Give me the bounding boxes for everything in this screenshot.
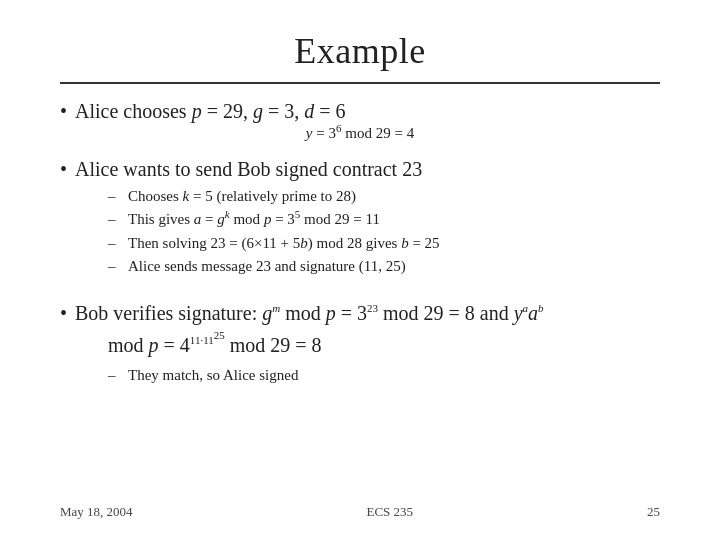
sub-item-2: – This gives a = gk mod p = 35 mod 29 = … xyxy=(108,208,660,231)
bullet1-text: Alice chooses p = 29, g = 3, d = 6 xyxy=(75,100,345,123)
bullet2-dot: • xyxy=(60,159,67,179)
dash-3: – xyxy=(108,232,122,255)
slide-footer: May 18, 2004 ECS 235 25 xyxy=(60,498,660,520)
sub-item-4-text: Alice sends message 23 and signature (11… xyxy=(128,255,406,278)
bullet3-line2: mod p = 411·1125 mod 29 = 8 xyxy=(108,330,660,360)
sub-item-3-text: Then solving 23 = (6×11 + 5b) mod 28 giv… xyxy=(128,232,440,255)
bullet3-sublist: – They match, so Alice signed xyxy=(108,364,660,387)
bullet3-dot: • xyxy=(60,303,67,323)
bullet3-section: • Bob verifies signature: gm mod p = 323… xyxy=(60,298,660,391)
footer-center: ECS 235 xyxy=(367,504,414,520)
sub-item-5-text: They match, so Alice signed xyxy=(128,364,298,387)
bullet2-section: • Alice wants to send Bob signed contrac… xyxy=(60,158,660,282)
title-divider xyxy=(60,82,660,84)
bullet1-subline: y = 36 mod 29 = 4 xyxy=(60,125,660,142)
bullet3-text: Bob verifies signature: gm mod p = 323 m… xyxy=(75,298,544,328)
sub-item-4: – Alice sends message 23 and signature (… xyxy=(108,255,660,278)
bullet3-main: • Bob verifies signature: gm mod p = 323… xyxy=(60,298,660,328)
bullet2-main: • Alice wants to send Bob signed contrac… xyxy=(60,158,660,181)
dash-2: – xyxy=(108,208,122,231)
bullet2-text: Alice wants to send Bob signed contract … xyxy=(75,158,422,181)
dash-4: – xyxy=(108,255,122,278)
sub-item-2-text: This gives a = gk mod p = 35 mod 29 = 11 xyxy=(128,208,380,231)
footer-right: 25 xyxy=(647,504,660,520)
bullet1-dot: • xyxy=(60,101,67,121)
slide: Example • Alice chooses p = 29, g = 3, d… xyxy=(0,0,720,540)
dash-1: – xyxy=(108,185,122,208)
sub-item-3: – Then solving 23 = (6×11 + 5b) mod 28 g… xyxy=(108,232,660,255)
sub-item-1-text: Chooses k = 5 (relatively prime to 28) xyxy=(128,185,356,208)
slide-title: Example xyxy=(60,30,660,72)
sub-item-5: – They match, so Alice signed xyxy=(108,364,660,387)
footer-left: May 18, 2004 xyxy=(60,504,133,520)
dash-5: – xyxy=(108,364,122,387)
bullet2-sublist: – Chooses k = 5 (relatively prime to 28)… xyxy=(108,185,660,278)
sub-item-1: – Chooses k = 5 (relatively prime to 28) xyxy=(108,185,660,208)
bullet1-main: • Alice chooses p = 29, g = 3, d = 6 xyxy=(60,100,660,123)
bullet1-section: • Alice chooses p = 29, g = 3, d = 6 y =… xyxy=(60,100,660,148)
